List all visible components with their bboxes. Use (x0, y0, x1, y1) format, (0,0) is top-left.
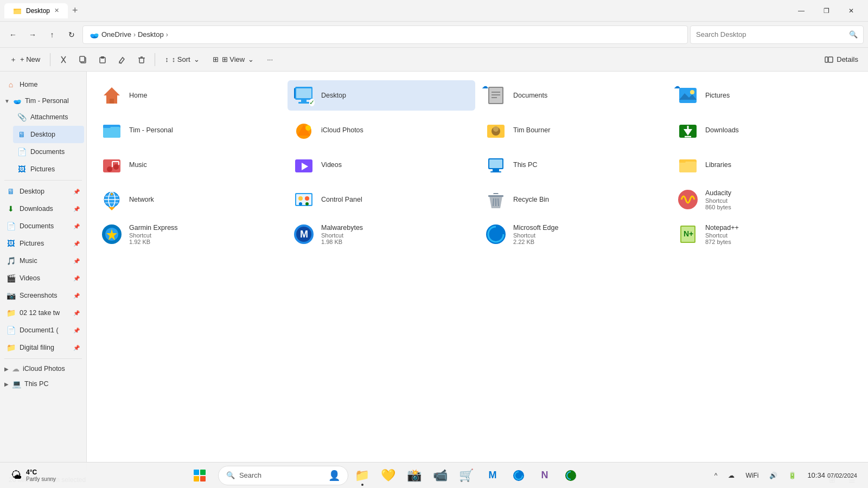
file-item-network[interactable]: Network (95, 184, 283, 215)
file-item-videos[interactable]: Videos (288, 150, 475, 180)
sidebar-item-downloads[interactable]: ⬇ Downloads 📌 (2, 200, 84, 217)
taskbar-wifi[interactable]: WiFi (741, 470, 763, 481)
taskbar-chevron[interactable]: ^ (710, 470, 722, 481)
rename-button[interactable] (113, 51, 131, 68)
file-name: Audacity (705, 189, 854, 197)
new-tab-button[interactable]: + (70, 3, 80, 18)
taskbar-start-button[interactable] (188, 464, 212, 487)
new-button[interactable]: ＋ + New (4, 51, 46, 68)
breadcrumb-desktop[interactable]: Desktop (138, 30, 164, 38)
file-item-tim---personal[interactable]: Tim - Personal (95, 115, 283, 145)
file-name: Home (129, 92, 278, 99)
file-item-icloud-photos[interactable]: iCloud Photos (288, 115, 475, 145)
sort-icon: ↕ (165, 55, 169, 63)
pin-icon: 📌 (73, 345, 80, 351)
file-item-notepad++[interactable]: N+ Notepad++ Shortcut872 bytes (672, 219, 859, 249)
file-item-garmin-express[interactable]: Garmin Express Shortcut1.92 KB (95, 219, 283, 249)
taskbar-sound[interactable]: 🔊 (765, 470, 782, 481)
sidebar-item-02-12-take-tw[interactable]: 📁 02 12 take tw 📌 (2, 304, 84, 322)
file-info: Tim Bourner (513, 126, 662, 134)
taskbar-edge[interactable] (507, 464, 531, 487)
refresh-button[interactable]: ↻ (63, 26, 80, 43)
forward-button[interactable]: → (24, 26, 41, 43)
file-item-recycle-bin[interactable]: Recycle Bin (480, 184, 667, 215)
sidebar-item-screenshots[interactable]: 📷 Screenshots 📌 (2, 287, 84, 304)
file-item-documents[interactable]: ☁ Documents (480, 80, 667, 111)
cut-button[interactable] (55, 51, 72, 68)
home-icon: ⌂ (7, 80, 15, 89)
sidebar-item-desktop[interactable]: 🖥 Desktop (13, 126, 84, 143)
sidebar-item-attachments[interactable]: 📎 Attachments (13, 108, 84, 126)
window-controls: — ❐ ✕ (789, 2, 864, 20)
taskbar-store[interactable]: 🛒 (455, 464, 478, 487)
file-icon (485, 154, 507, 176)
taskbar-search-box[interactable]: 🔍 Search 👤 (218, 466, 348, 485)
up-button[interactable]: ↑ (43, 26, 61, 43)
file-info: Home (129, 92, 278, 99)
view-button[interactable]: ⊞ ⊞ View ⌄ (207, 51, 260, 68)
sidebar-thispc-header[interactable]: ▶ 💻 This PC (0, 376, 86, 391)
file-item-libraries[interactable]: Libraries (672, 150, 859, 180)
taskbar-battery[interactable]: 🔋 (784, 470, 801, 481)
sidebar-qa-label: Desktop (20, 188, 44, 195)
file-item-tim-bourner[interactable]: Tim Bourner (480, 115, 667, 145)
taskbar-search-icon: 🔍 (226, 471, 235, 479)
taskbar-mvp[interactable]: M (481, 464, 505, 487)
more-button[interactable]: ··· (261, 51, 278, 68)
file-item-music[interactable]: Music (95, 150, 283, 180)
tab-desktop[interactable]: Desktop ✕ (4, 3, 68, 18)
paste-button[interactable] (94, 51, 111, 68)
file-item-downloads[interactable]: Downloads (672, 115, 859, 145)
file-item-desktop[interactable]: ✓ Desktop (288, 80, 475, 111)
sidebar-item-videos[interactable]: 🎬 Videos 📌 (2, 269, 84, 287)
view-chevron: ⌄ (248, 55, 254, 63)
taskbar-photos-app[interactable]: 📸 (403, 464, 426, 487)
taskbar-clock[interactable]: 10:34 07/02/2024 (803, 469, 861, 481)
sidebar-item-music[interactable]: 🎵 Music 📌 (2, 252, 84, 269)
minimize-button[interactable]: — (789, 2, 814, 20)
sidebar-item-document1-([interactable]: 📄 Document1 ( 📌 (2, 322, 84, 339)
taskbar-files-button[interactable]: 📁 (350, 464, 374, 487)
copy-button[interactable] (74, 51, 92, 68)
delete-icon (137, 55, 146, 64)
file-item-microsoft-edge[interactable]: Microsoft Edge Shortcut2.22 KB (480, 219, 667, 249)
maximize-button[interactable]: ❐ (814, 2, 839, 20)
file-item-malwarebytes[interactable]: M Malwarebytes Shortcut1.98 KB (288, 219, 475, 249)
taskbar-onenote[interactable]: N (533, 464, 557, 487)
file-item-this-pc[interactable]: This PC (480, 150, 667, 180)
sort-button[interactable]: ↕ ↕ Sort ⌄ (159, 51, 205, 68)
taskbar-another-edge[interactable] (559, 464, 583, 487)
sidebar-pictures-label: Pictures (30, 165, 55, 173)
sidebar-item-documents[interactable]: 📄 Documents 📌 (2, 217, 84, 235)
close-button[interactable]: ✕ (839, 2, 864, 20)
taskbar-zoom[interactable]: 📹 (429, 464, 452, 487)
file-item-control-panel[interactable]: Control Panel (288, 184, 475, 215)
file-icon (677, 119, 699, 141)
sidebar-onedrive-header[interactable]: ▼ Tim - Personal (0, 93, 86, 108)
file-item-home[interactable]: Home (95, 80, 283, 111)
taskbar-weather[interactable]: 🌤 4°C Partly sunny (7, 466, 60, 484)
sidebar-icloud-header[interactable]: ▶ ☁ iCloud Photos (0, 361, 86, 376)
sidebar-item-pictures[interactable]: 🖼 Pictures (13, 160, 84, 178)
search-input[interactable] (696, 30, 845, 38)
details-button[interactable]: Details (819, 51, 864, 68)
svg-rect-37 (103, 127, 120, 138)
taskbar-cloud[interactable]: ☁ (724, 470, 739, 481)
sidebar-item-documents[interactable]: 📄 Documents (13, 143, 84, 160)
file-item-audacity[interactable]: Audacity Shortcut860 bytes (672, 184, 859, 215)
breadcrumb-onedrive[interactable]: OneDrive (101, 30, 131, 38)
taskbar-app-yellow[interactable]: 💛 (376, 464, 400, 487)
sidebar-item-desktop[interactable]: 🖥 Desktop 📌 (2, 183, 84, 200)
file-info: Music (129, 161, 278, 169)
sidebar-item-digital-filing[interactable]: 📁 Digital filing 📌 (2, 339, 84, 356)
back-button[interactable]: ← (4, 26, 22, 43)
sidebar-item-pictures[interactable]: 🖼 Pictures 📌 (2, 235, 84, 252)
file-item-pictures[interactable]: ☁ Pictures (672, 80, 859, 111)
sidebar-item-home[interactable]: ⌂ Home (2, 76, 84, 93)
pin-icon: 📌 (73, 241, 80, 247)
delete-button[interactable] (133, 51, 150, 68)
search-box[interactable]: 🔍 (690, 25, 864, 44)
sidebar-qa-icon: 🎬 (7, 274, 15, 282)
tab-close-button[interactable]: ✕ (54, 7, 59, 14)
breadcrumb[interactable]: OneDrive › Desktop › (82, 25, 688, 44)
